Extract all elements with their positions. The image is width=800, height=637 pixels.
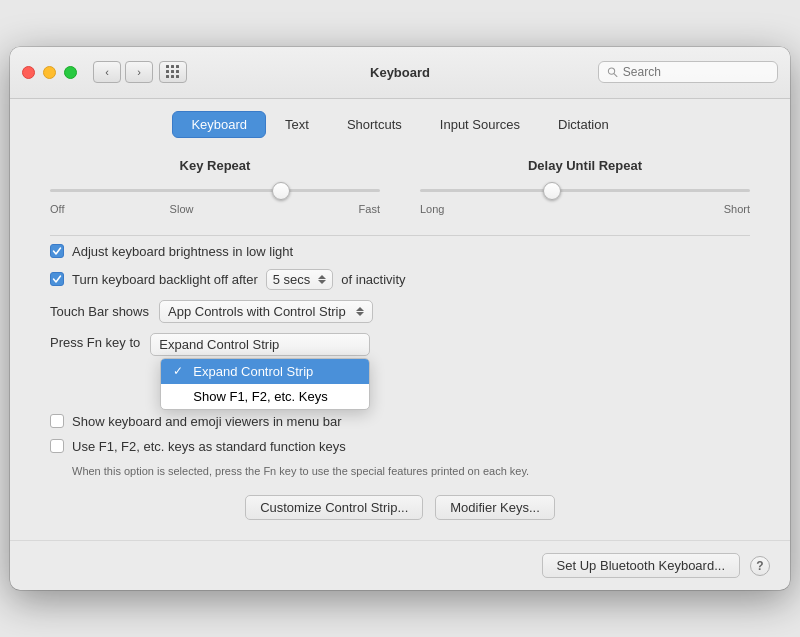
tab-dictation[interactable]: Dictation: [539, 111, 628, 138]
bluetooth-button[interactable]: Set Up Bluetooth Keyboard...: [542, 553, 740, 578]
backlight-time-dropdown[interactable]: 5 secs: [266, 269, 334, 290]
delay-repeat-group: Delay Until Repeat Long Short: [420, 158, 750, 215]
key-repeat-labels: Off Slow Fast: [50, 203, 380, 215]
brightness-label: Adjust keyboard brightness in low light: [72, 244, 293, 259]
key-repeat-slider[interactable]: [50, 181, 380, 201]
search-icon: [607, 66, 618, 78]
touchbar-dropdown[interactable]: App Controls with Control Strip: [159, 300, 373, 323]
backlight-label-suffix: of inactivity: [341, 272, 405, 287]
fn-menu-item-1[interactable]: Show F1, F2, etc. Keys: [161, 384, 369, 409]
key-repeat-label: Key Repeat: [180, 158, 251, 173]
back-button[interactable]: ‹: [93, 61, 121, 83]
backlight-dropdown-arrow: [318, 275, 326, 284]
grid-button[interactable]: [159, 61, 187, 83]
modifier-keys-button[interactable]: Modifier Keys...: [435, 495, 555, 520]
fn-key-value: Expand Control Strip: [159, 337, 279, 352]
forward-button[interactable]: ›: [125, 61, 153, 83]
content-area: Key Repeat Off Slow Fast Delay Until Rep…: [10, 138, 790, 540]
search-input[interactable]: [623, 65, 769, 79]
tab-shortcuts[interactable]: Shortcuts: [328, 111, 421, 138]
tab-keyboard[interactable]: Keyboard: [172, 111, 266, 138]
function-keys-label: Use F1, F2, etc. keys as standard functi…: [72, 439, 346, 454]
function-keys-block: Use F1, F2, etc. keys as standard functi…: [50, 439, 750, 479]
keyboard-preferences-window: ‹ › Keyboard Keyboard Text Shortcuts Inp…: [10, 47, 790, 590]
traffic-lights: [22, 66, 77, 79]
brightness-checkbox[interactable]: [50, 244, 64, 258]
touchbar-label: Touch Bar shows: [50, 304, 149, 319]
nav-buttons: ‹ ›: [93, 61, 153, 83]
emoji-viewer-checkbox[interactable]: [50, 414, 64, 428]
function-keys-row: Use F1, F2, etc. keys as standard functi…: [50, 439, 750, 454]
emoji-viewer-row: Show keyboard and emoji viewers in menu …: [50, 414, 750, 429]
minimize-button[interactable]: [43, 66, 56, 79]
customize-button[interactable]: Customize Control Strip...: [245, 495, 423, 520]
separator-1: [50, 235, 750, 236]
delay-repeat-label: Delay Until Repeat: [528, 158, 642, 173]
bottom-buttons: Customize Control Strip... Modifier Keys…: [50, 495, 750, 520]
brightness-row: Adjust keyboard brightness in low light: [50, 244, 750, 259]
close-button[interactable]: [22, 66, 35, 79]
grid-icon: [166, 65, 180, 79]
fn-key-label: Press Fn key to: [50, 333, 140, 350]
fn-key-dropdown-area: Expand Control Strip ✓ Expand Control St…: [150, 333, 370, 410]
backlight-label-prefix: Turn keyboard backlight off after: [72, 272, 258, 287]
backlight-row: Turn keyboard backlight off after 5 secs…: [50, 269, 750, 290]
delay-repeat-slider[interactable]: [420, 181, 750, 201]
checkmark-icon: ✓: [173, 364, 187, 378]
tab-text[interactable]: Text: [266, 111, 328, 138]
delay-repeat-labels: Long Short: [420, 203, 750, 215]
fn-key-dropdown[interactable]: Expand Control Strip: [150, 333, 370, 356]
backlight-checkbox[interactable]: [50, 272, 64, 286]
fn-key-row: Press Fn key to Expand Control Strip ✓ E…: [50, 333, 750, 410]
touchbar-dropdown-arrow: [356, 307, 364, 316]
key-repeat-group: Key Repeat Off Slow Fast: [50, 158, 380, 215]
sliders-row: Key Repeat Off Slow Fast Delay Until Rep…: [50, 158, 750, 215]
backlight-time-value: 5 secs: [273, 272, 311, 287]
no-checkmark: [173, 389, 187, 403]
maximize-button[interactable]: [64, 66, 77, 79]
titlebar: ‹ › Keyboard: [10, 47, 790, 99]
svg-point-0: [608, 68, 614, 74]
touchbar-row: Touch Bar shows App Controls with Contro…: [50, 300, 750, 323]
function-keys-description: When this option is selected, press the …: [50, 464, 750, 479]
fn-key-popup-menu: ✓ Expand Control Strip Show F1, F2, etc.…: [160, 358, 370, 410]
tabbar: Keyboard Text Shortcuts Input Sources Di…: [10, 99, 790, 138]
search-box[interactable]: [598, 61, 778, 83]
function-keys-checkbox[interactable]: [50, 439, 64, 453]
tab-input-sources[interactable]: Input Sources: [421, 111, 539, 138]
fn-menu-item-0-label: Expand Control Strip: [193, 364, 313, 379]
fn-menu-item-0[interactable]: ✓ Expand Control Strip: [161, 359, 369, 384]
emoji-viewer-label: Show keyboard and emoji viewers in menu …: [72, 414, 342, 429]
window-title: Keyboard: [370, 65, 430, 80]
help-button[interactable]: ?: [750, 556, 770, 576]
svg-line-1: [614, 74, 617, 77]
footer: Set Up Bluetooth Keyboard... ?: [10, 540, 790, 590]
touchbar-value: App Controls with Control Strip: [168, 304, 346, 319]
fn-menu-item-1-label: Show F1, F2, etc. Keys: [193, 389, 327, 404]
